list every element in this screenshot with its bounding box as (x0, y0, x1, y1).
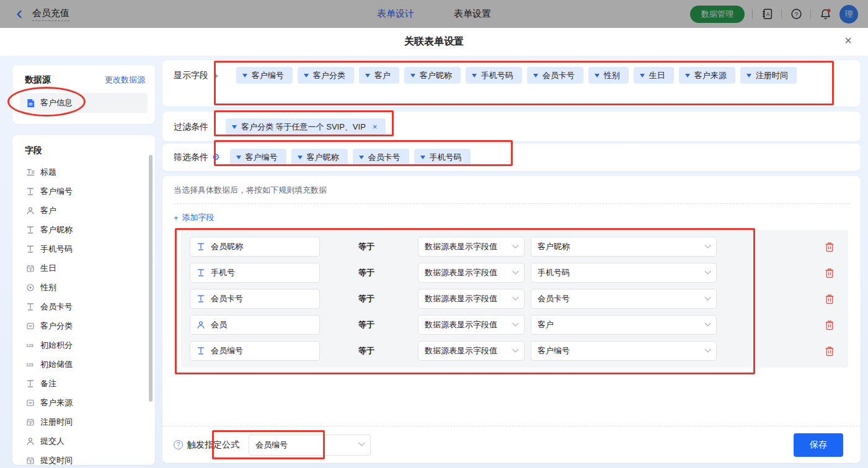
save-button[interactable]: 保存 (794, 433, 843, 457)
fields-scrollbar[interactable] (149, 155, 153, 402)
screen-condition-tag[interactable]: 客户编号 (230, 149, 286, 166)
field-item-text[interactable]: 手机号码 (12, 239, 155, 258)
caret-down-icon (365, 74, 370, 77)
source-field-select[interactable]: 客户编号 (531, 341, 717, 361)
chevron-down-icon (705, 294, 711, 300)
rule-row: 会员昵称 等于 数据源表显示字段值 客户昵称 (190, 234, 839, 260)
display-field-tag[interactable]: 手机号码 (466, 67, 522, 84)
field-item-number[interactable]: 123 初始储值 (12, 355, 155, 374)
field-item-date[interactable]: 提交时间 (12, 451, 155, 465)
trash-icon (825, 268, 835, 278)
change-datasource-link[interactable]: 更改数据源 (105, 74, 145, 86)
field-item-text[interactable]: 客户昵称 (12, 220, 155, 239)
field-item-text[interactable]: 备注 (12, 374, 155, 393)
modal-title: 关联表单设置 (404, 35, 464, 48)
delete-rule-button[interactable] (825, 320, 835, 330)
caret-down-icon (242, 74, 247, 77)
field-item-select[interactable]: 客户分类 (12, 316, 155, 335)
field-item-label: 提交时间 (40, 455, 73, 466)
field-item-text[interactable]: 客户编号 (12, 182, 155, 201)
field-item-label: 生日 (40, 263, 56, 274)
field-item-label: 备注 (40, 378, 56, 389)
source-field-select[interactable]: 手机号码 (531, 263, 717, 283)
calendar-icon (26, 418, 35, 426)
rule-target-field[interactable]: 会员 (190, 315, 320, 335)
rule-row: 手机号 等于 数据源表显示字段值 手机号码 (190, 260, 839, 286)
field-item-user[interactable]: 客户 (12, 201, 155, 220)
field-item-date[interactable]: 生日 (12, 258, 155, 278)
field-item-title[interactable]: 标题 (12, 162, 155, 182)
caret-down-icon (472, 74, 477, 77)
filter-condition-tag[interactable]: 客户分类 等于任意一个 SVIP、VIP × (226, 118, 386, 135)
text-field-icon (26, 245, 35, 254)
source-type-select[interactable]: 数据源表显示字段值 (418, 263, 525, 283)
rule-target-field[interactable]: 会员编号 (190, 341, 320, 361)
delete-rule-button[interactable] (825, 294, 835, 304)
screen-condition-tag[interactable]: 客户昵称 (291, 149, 348, 166)
source-type-select[interactable]: 数据源表显示字段值 (418, 315, 525, 335)
trash-icon (825, 294, 835, 304)
screen-condition-tag[interactable]: 手机号码 (414, 149, 471, 166)
field-item-label: 手机号码 (40, 244, 73, 255)
source-field-select[interactable]: 客户昵称 (531, 237, 717, 257)
source-type-select[interactable]: 数据源表显示字段值 (418, 341, 525, 361)
user-field-icon (26, 437, 35, 446)
calendar-icon (26, 264, 35, 273)
source-field-select[interactable]: 会员卡号 (531, 289, 717, 309)
field-item-radio[interactable]: 性别 (12, 278, 155, 297)
source-type-select[interactable]: 数据源表显示字段值 (418, 237, 525, 257)
field-item-label: 初始积分 (40, 340, 73, 351)
display-field-tag[interactable]: 客户分类 (298, 67, 354, 84)
caret-down-icon (685, 74, 690, 77)
trigger-field-select[interactable]: 会员编号 (249, 435, 371, 456)
title-field-icon (26, 168, 35, 177)
field-item-number[interactable]: 123 初始积分 (12, 335, 155, 355)
source-type-select[interactable]: 数据源表显示字段值 (418, 289, 525, 309)
gear-icon[interactable]: ⚙ (212, 149, 220, 166)
modal-dim-overlay (0, 0, 868, 28)
caret-down-icon (533, 74, 538, 77)
related-form-settings-modal: 关联表单设置 × 数据源 更改数据源 客户信息 字段 (0, 28, 868, 468)
delete-rule-button[interactable] (825, 268, 835, 278)
display-field-tag[interactable]: 注册时间 (740, 67, 797, 84)
datasource-panel: 数据源 更改数据源 客户信息 (12, 65, 155, 124)
field-item-user[interactable]: 提交人 (12, 431, 155, 451)
chevron-down-icon (513, 242, 519, 248)
radio-icon (26, 283, 35, 292)
field-item-text[interactable]: 会员卡号 (12, 297, 155, 316)
rule-row: 会员编号 等于 数据源表显示字段值 客户编号 (190, 338, 839, 364)
display-field-tag[interactable]: 客户 (359, 67, 399, 84)
field-item-date[interactable]: 注册时间 (12, 412, 155, 431)
delete-rule-button[interactable] (825, 242, 835, 252)
screen-condition-tag[interactable]: 会员卡号 (353, 149, 409, 166)
rule-target-field[interactable]: 手机号 (190, 263, 320, 283)
display-field-tag[interactable]: 客户昵称 (404, 67, 461, 84)
equals-label: 等于 (358, 241, 383, 252)
delete-rule-button[interactable] (825, 346, 835, 356)
field-item-label: 会员卡号 (40, 301, 73, 312)
rule-row: 会员 等于 数据源表显示字段值 客户 (190, 312, 839, 338)
display-field-tag[interactable]: 会员卡号 (527, 67, 583, 84)
field-item-label: 初始储值 (40, 359, 73, 370)
datasource-item[interactable]: 客户信息 (20, 93, 148, 113)
rule-target-field[interactable]: 会员卡号 (190, 289, 320, 309)
field-item-select[interactable]: 客户来源 (12, 393, 155, 412)
remove-filter-icon[interactable]: × (373, 122, 378, 131)
close-icon[interactable]: × (844, 34, 852, 46)
divider (174, 203, 849, 204)
display-field-tag[interactable]: 性别 (588, 67, 629, 84)
caret-down-icon (420, 156, 425, 159)
add-display-field-button[interactable]: + (213, 67, 219, 84)
field-item-label: 注册时间 (40, 417, 73, 428)
datasource-title: 数据源 (25, 74, 51, 86)
filter-condition-label: 过滤条件 (174, 118, 208, 135)
text-field-icon (197, 242, 205, 251)
display-field-tag[interactable]: 客户编号 (236, 67, 293, 84)
display-field-tag[interactable]: 客户来源 (679, 67, 735, 84)
rule-target-field[interactable]: 会员昵称 (190, 237, 320, 257)
display-field-tag[interactable]: 生日 (634, 67, 674, 84)
fill-rules-panel: 当选择具体数据后，将按如下规则填充数据 + 添加字段 会员昵称 等于 数据源表显… (162, 176, 861, 463)
add-field-button[interactable]: + 添加字段 (174, 212, 215, 223)
source-field-select[interactable]: 客户 (531, 315, 717, 335)
help-circle-icon[interactable]: ? (174, 440, 183, 449)
